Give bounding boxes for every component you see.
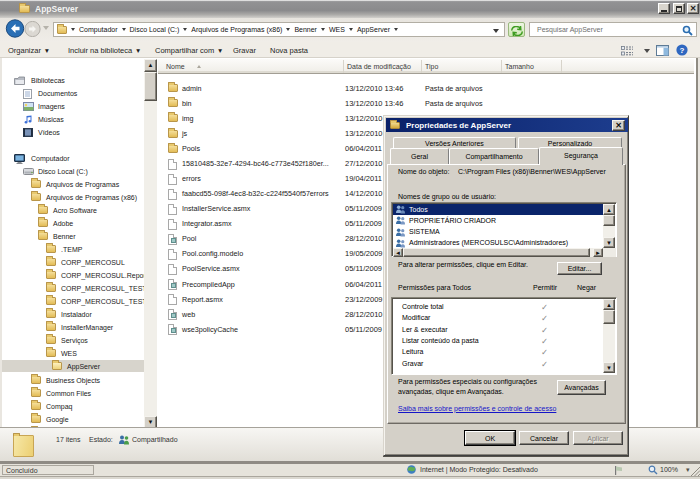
svg-text:?: ? [680, 46, 685, 55]
